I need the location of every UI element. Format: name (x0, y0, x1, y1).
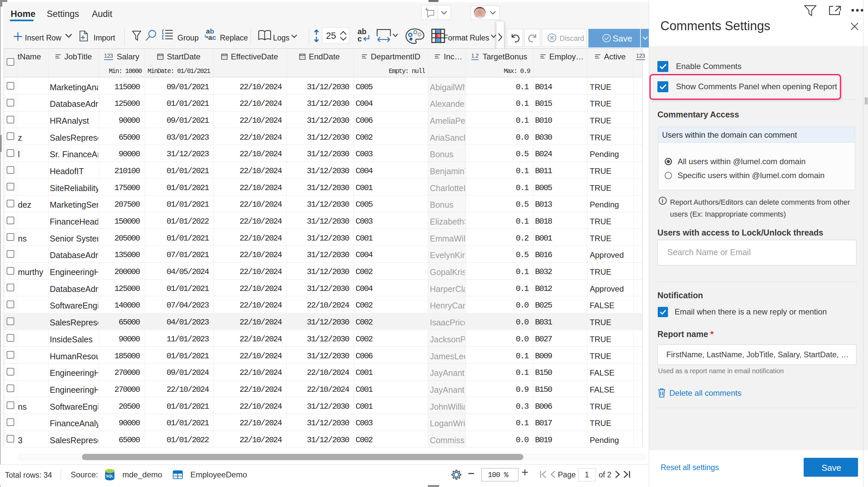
svg-text:SQL: SQL (106, 474, 114, 478)
